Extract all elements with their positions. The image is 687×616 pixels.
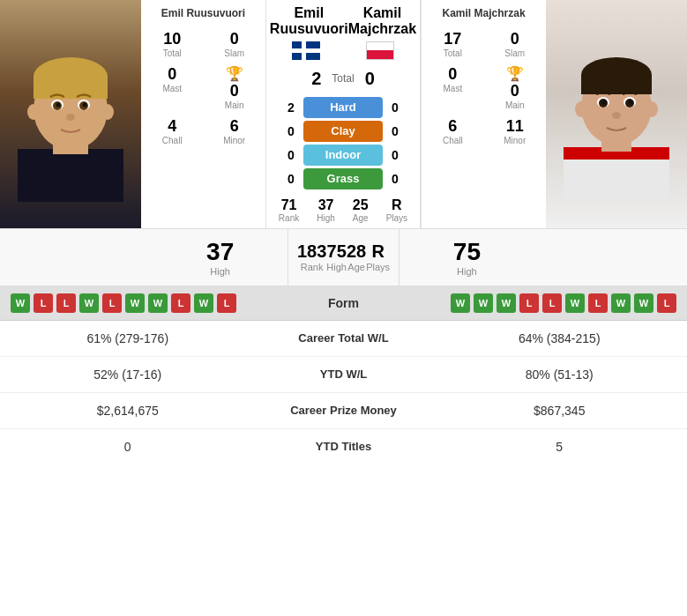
form-l4: L [171,293,190,313]
s2-left: 52% (17-16) [0,367,256,382]
stat-row-4: 0 YTD Titles 5 [0,429,687,464]
form-row: W L L W L W W L W L Form W W W L L W L W… [0,286,687,321]
c-high-r: 75 High [326,241,347,272]
rform-w5: W [611,293,631,313]
r-total: 17 Total [422,26,483,62]
high-row: 37 High 183 Rank 75 High 28 Age R Plays … [0,228,687,286]
form-l1: L [34,293,53,313]
r-main: 🏆 0 Main [484,62,546,114]
l-total: 10 Total [141,26,203,62]
svg-rect-31 [34,77,108,99]
form-l3: L [102,293,122,313]
badge-indoor: Indoor [303,145,383,166]
svg-point-39 [83,103,87,108]
rform-w4: W [565,293,585,313]
form-w1: W [11,293,30,313]
r-minor: 11 Minor [484,114,546,149]
right-form-row: W W W L L W L W W L [379,293,677,313]
c-total-lbl: Total [332,72,354,85]
total-row: 2 Total 0 [311,69,375,89]
left-form-row: W L L W L W W L W L [11,293,309,313]
l-chall: 4 Chall [141,114,203,149]
svg-point-47 [575,101,587,117]
form-center-label: Form [309,296,379,310]
svg-point-33 [101,104,114,120]
center-lower-stats: 71 Rank 37 High 25 Age R Plays [270,197,416,223]
rform-l3: L [588,293,608,313]
surface-grass: 0 Grass 0 [270,168,416,189]
surfaces-col: 2 Hard 0 0 Clay 0 0 Indoor 0 0 Grass [270,94,416,192]
badge-grass: Grass [303,168,383,189]
left-photo-box [0,0,141,228]
career-stats: 61% (279-176) Career Total W/L 64% (384-… [0,321,687,464]
center-left-name: EmilRuusuvuori [270,5,348,38]
form-w4: W [148,293,168,313]
svg-point-40 [66,114,75,121]
surface-indoor: 0 Indoor 0 [270,145,416,166]
s1-left: 61% (279-176) [0,331,256,345]
right-photo-box [546,0,687,228]
s4-label: YTD Titles [256,440,432,453]
l-mast: 0 Mast [141,62,203,114]
left-stats-inner: 10 Total 0 Slam 0 Mast 🏆 0 Main 4 [141,26,265,149]
left-high-val: 37 High [153,229,288,286]
surface-hard: 2 Hard 0 [270,97,416,118]
c-plays-left: R Plays [386,197,407,223]
svg-point-32 [27,104,40,120]
right-flag [366,41,394,63]
svg-rect-46 [581,75,652,94]
s3-left: $2,614,675 [0,404,256,418]
surface-clay: 0 Clay 0 [270,121,416,142]
s1-label: Career Total W/L [256,331,432,345]
l-slam: 0 Slam [203,26,265,62]
r-mast: 0 Mast [422,62,483,114]
stat-row-3: $2,614,675 Career Prize Money $867,345 [0,393,687,429]
c-total-right: 0 [365,69,375,89]
svg-point-48 [646,101,658,117]
c-age-r: 28 Age [347,241,366,272]
svg-point-54 [628,100,632,105]
left-name-display: Emil Ruusuvuori [141,7,265,19]
center-right-name: KamilMajchrzak [348,5,416,38]
left-stats-panel: Emil Ruusuvuori 10 Total 0 Slam 0 Mast 🏆… [141,0,266,228]
page-root: Emil Ruusuvuori 10 Total 0 Slam 0 Mast 🏆… [0,0,687,464]
stat-row-2: 52% (17-16) YTD W/L 80% (51-13) [0,357,687,393]
flags-row [270,41,416,63]
l-main: 🏆 0 Main [203,62,265,114]
l-high-big: 37 [206,238,234,266]
c-rank-l: 183 Rank [297,241,326,272]
rform-w1: W [451,293,470,313]
svg-rect-27 [18,149,123,202]
form-l2: L [56,293,76,313]
s1-right: 64% (384-215) [432,331,688,345]
right-stats-panel: Kamil Majchrzak 17 Total 0 Slam 0 Mast 🏆… [421,0,546,228]
r-chall: 6 Chall [422,114,483,149]
c-rank-left: 71 Rank [279,197,299,223]
svg-point-53 [601,100,606,105]
s4-right: 5 [432,440,688,454]
rform-w6: W [634,293,653,313]
rform-l4: L [657,293,676,313]
s2-right: 80% (51-13) [432,367,688,382]
s3-label: Career Prize Money [256,404,432,417]
svg-point-55 [612,112,621,119]
rform-w3: W [497,293,516,313]
c-high-left: 37 High [317,197,335,223]
left-high-box [0,229,153,286]
s3-right: $867,345 [432,404,688,418]
right-name-display: Kamil Majchrzak [422,7,546,19]
c-age-left: 25 Age [353,197,369,223]
center-rank-high: 183 Rank 75 High 28 Age R Plays [288,229,399,286]
form-l5: L [217,293,236,313]
form-w5: W [194,293,213,313]
r-slam: 0 Slam [484,26,546,62]
rform-l2: L [542,293,562,313]
right-stats-inner: 17 Total 0 Slam 0 Mast 🏆 0 Main 6 [422,26,546,149]
badge-hard: Hard [303,97,383,118]
right-high-val: 75 High [399,229,534,286]
names-row: EmilRuusuvuori KamilMajchrzak [270,5,416,38]
stat-row-1: 61% (279-176) Career Total W/L 64% (384-… [0,321,687,357]
l-minor: 6 Minor [203,114,265,149]
comparison-top: Emil Ruusuvuori 10 Total 0 Slam 0 Mast 🏆… [0,0,687,228]
s2-label: YTD W/L [256,367,432,381]
